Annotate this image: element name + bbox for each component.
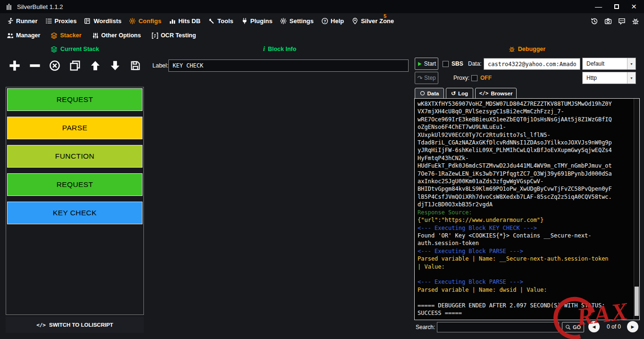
arrow-right-icon: ►	[630, 324, 636, 330]
menu-settings[interactable]: Settings	[280, 17, 313, 25]
move-down-button[interactable]	[108, 59, 122, 73]
history-clock-icon[interactable]	[591, 17, 598, 25]
switch-to-loliscript-button[interactable]: </> SWITCH TO LOLISCRIPT	[6, 317, 144, 333]
gear-icon	[129, 17, 136, 25]
prev-match-button[interactable]: ◄	[588, 321, 600, 332]
log-line: yJRqHiIjFW-6shKeliL09X_PLhMIhCwLQlxBfJoE…	[418, 146, 633, 154]
subnav-ocr-testing[interactable]: OCR Testing	[151, 32, 196, 39]
stack-toolbar	[8, 57, 142, 75]
camera-icon[interactable]	[604, 17, 612, 25]
stack-block[interactable]: PARSE	[7, 117, 142, 139]
stack-block[interactable]: KEY CHECK	[7, 202, 142, 224]
subnav-stacker[interactable]: Stacker	[50, 32, 81, 39]
menu-silver-zone[interactable]: 5 Silver Zone	[351, 17, 394, 25]
search-input[interactable]	[437, 322, 559, 332]
info-icon: i	[263, 45, 265, 53]
window-title: SilverBullet 1.1.2	[17, 3, 63, 10]
subnav-manager[interactable]: Manager	[7, 32, 40, 39]
step-button[interactable]: ↷ Step	[415, 72, 438, 84]
app-window: SilverBullet 1.1.2 — × Runner Proxies Wo…	[0, 0, 644, 339]
log-line: 7Oe76-1RaZewLEN_iKs3wb7Y1PfqgtZC7_O3Wj39…	[418, 170, 633, 178]
minimize-button[interactable]: —	[595, 0, 602, 13]
bar-chart-icon	[169, 17, 176, 25]
app-logo-icon	[6, 3, 13, 10]
move-up-button[interactable]	[88, 59, 102, 73]
menu-label: Plugins	[251, 17, 273, 25]
proxy-checkbox[interactable]	[471, 75, 477, 81]
menu-label: Runner	[16, 17, 38, 25]
search-caption: Search:	[416, 322, 435, 333]
save-icon	[130, 60, 141, 71]
save-config-button[interactable]	[128, 59, 142, 73]
tab-data[interactable]: Data	[415, 88, 444, 99]
log-line: wRE7Oce969IrE3keBBieuXS1eeZbEQT0j1OsHsNs…	[418, 116, 633, 123]
subnav-label: Other Options	[101, 32, 141, 39]
chevron-down-icon: ▼	[627, 72, 636, 84]
sbs-checkbox[interactable]	[443, 61, 449, 67]
bug-icon[interactable]	[632, 17, 639, 25]
log-lines: wK8XTXfHY536907VoHZ_MDSW07LD804Z7REZZTKV…	[418, 100, 633, 317]
close-button[interactable]: ×	[631, 0, 636, 13]
list-icon	[45, 17, 52, 25]
silver-zone-badge: 5	[384, 13, 386, 19]
stack-block[interactable]: FUNCTION	[7, 145, 142, 168]
clear-stack-button[interactable]	[48, 59, 62, 73]
log-line: Tdad8riL_CGAzNAZAxGKfDlcvRdNNsI1ZDAsoJYi…	[418, 139, 633, 146]
circle-icon	[420, 91, 425, 96]
next-match-button[interactable]: ►	[627, 321, 638, 332]
menu-label: Tools	[217, 17, 234, 25]
minus-icon	[29, 59, 41, 72]
copy-icon	[69, 60, 81, 71]
wordlist-type-value: Default	[583, 60, 627, 67]
label-caption: Label:	[152, 59, 168, 72]
menu-configs[interactable]: Configs	[129, 17, 161, 25]
remove-block-button[interactable]	[28, 59, 42, 73]
arrow-up-icon	[90, 60, 101, 71]
tab-log[interactable]: ↺ Log	[446, 88, 473, 99]
tab-browser[interactable]: </> Browser	[475, 88, 517, 99]
menu-label: Proxies	[55, 17, 77, 25]
proxy-status[interactable]: OFF	[480, 72, 492, 84]
stack-panel: REQUEST PARSE FUNCTION REQUEST KEY CHECK	[6, 87, 144, 315]
go-button[interactable]: GO	[562, 322, 584, 332]
stack-block[interactable]: REQUEST	[7, 173, 142, 196]
log-line: Response Source:	[418, 209, 633, 216]
menu-hits-db[interactable]: Hits DB	[169, 17, 201, 25]
menu-plugins[interactable]: Plugins	[241, 17, 273, 25]
stack-block-label: REQUEST	[57, 95, 93, 104]
menu-wordlists[interactable]: Wordlists	[84, 17, 121, 25]
menu-label: Silver Zone	[361, 17, 394, 25]
add-block-button[interactable]	[8, 59, 22, 73]
wordlist-type-select[interactable]: Default ▼	[582, 58, 636, 70]
menu-runner[interactable]: Runner	[7, 17, 38, 25]
menu-proxies[interactable]: Proxies	[45, 17, 77, 25]
stack-block-label: PARSE	[62, 124, 87, 132]
ocr-scan-icon	[151, 32, 159, 39]
subnav-label: Stacker	[60, 32, 81, 39]
debugger-data-input[interactable]	[484, 58, 580, 70]
clone-block-button[interactable]	[68, 59, 82, 73]
bug-icon	[509, 46, 515, 52]
layers-icon	[50, 46, 58, 53]
start-button[interactable]: Start	[415, 58, 438, 70]
debugger-log[interactable]: wK8XTXfHY536907VoHZ_MDSW07LD804Z7REZZTKV…	[414, 98, 640, 320]
stack-block[interactable]: REQUEST	[7, 88, 142, 111]
maximize-button[interactable]	[614, 0, 619, 13]
subnav-label: OCR Testing	[161, 32, 196, 39]
scrollbar-thumb[interactable]	[635, 287, 639, 316]
log-line: Parsed variable | Name: dwsid | Value:	[418, 286, 633, 294]
menu-help[interactable]: ? Help	[321, 17, 344, 25]
subnav-other-options[interactable]: Other Options	[92, 32, 141, 39]
menu-tools[interactable]: Tools	[208, 17, 234, 25]
sbs-label: SBS	[452, 58, 463, 70]
log-line: HyFmtqP43hCNZk-	[418, 154, 633, 162]
log-line: auth.session-token	[418, 239, 633, 247]
log-line: | Value:	[418, 263, 633, 271]
log-line: ===== DEBUGGER ENDED AFTER 2.097 SECOND(…	[418, 302, 633, 309]
log-scrollbar[interactable]	[634, 99, 639, 320]
chat-icon[interactable]	[618, 17, 626, 25]
proxy-type-select[interactable]: Http ▼	[582, 72, 636, 84]
block-label-input[interactable]	[168, 59, 409, 72]
stack-block-label: REQUEST	[57, 180, 93, 189]
window-controls: — ×	[595, 0, 638, 13]
